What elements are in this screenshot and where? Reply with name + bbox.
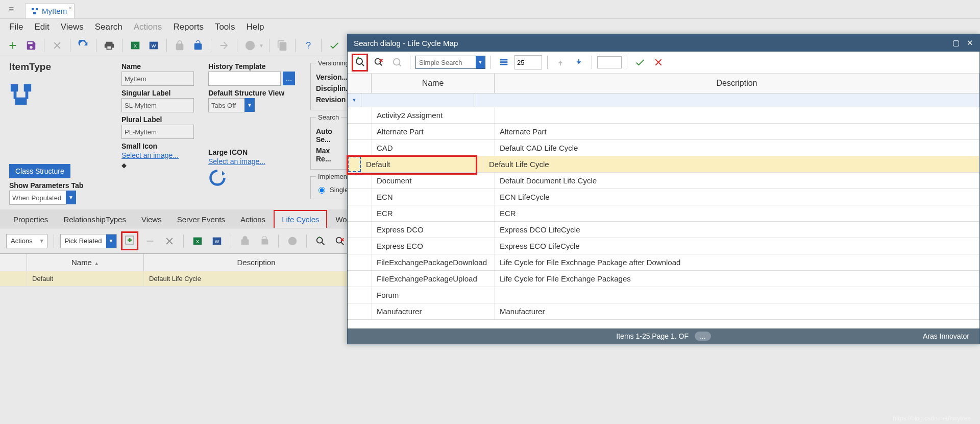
svg-rect-27: [560, 61, 561, 65]
menu-search[interactable]: Search: [95, 22, 122, 32]
svg-rect-28: [578, 59, 579, 64]
pick-related-dropdown[interactable]: Pick Related▼: [60, 234, 117, 248]
tab-views[interactable]: Views: [134, 211, 169, 228]
unlock-icon[interactable]: [190, 38, 206, 53]
dialog-title: Search dialog - Life Cycle Map: [354, 39, 458, 48]
itemtype-large-icon: [9, 83, 121, 108]
col-name[interactable]: Name: [372, 74, 495, 93]
add-relationship-button[interactable]: [121, 231, 138, 250]
table-row[interactable]: CADDefault CAD Life Cycle: [348, 140, 979, 156]
tab-server-events[interactable]: Server Events: [170, 211, 232, 228]
close-icon[interactable]: ×: [68, 5, 72, 12]
show-parameters-select[interactable]: [9, 191, 66, 205]
structure-view-select[interactable]: [208, 98, 245, 112]
hamburger-icon[interactable]: ≡: [5, 3, 17, 15]
clear-search-icon[interactable]: [371, 55, 386, 70]
svg-point-20: [336, 237, 341, 243]
help-icon[interactable]: ?: [301, 38, 316, 53]
maximize-icon[interactable]: ▢: [952, 38, 960, 48]
revision-icon: [242, 38, 258, 53]
table-row[interactable]: FileExchangePackageDownloadLife Cycle fo…: [348, 254, 979, 271]
table-row[interactable]: DocumentDefault Document Life Cycle: [348, 173, 979, 189]
done-icon[interactable]: [327, 38, 342, 53]
filter-row[interactable]: ▼: [348, 93, 979, 107]
excel-icon[interactable]: X: [128, 38, 143, 53]
table-row[interactable]: Express DCOExpress DCO LifeCycle: [348, 222, 979, 238]
clear-search-icon[interactable]: [332, 233, 348, 249]
small-icon-label: Small Icon: [121, 142, 208, 150]
word-icon[interactable]: W: [146, 38, 161, 53]
promote-icon: [216, 38, 232, 53]
menu-reports[interactable]: Reports: [173, 22, 204, 32]
accept-icon[interactable]: [632, 55, 648, 70]
print-icon[interactable]: [102, 38, 117, 53]
plural-field[interactable]: [121, 125, 194, 139]
col-description[interactable]: Description: [495, 74, 979, 93]
menu-edit[interactable]: Edit: [34, 22, 49, 32]
page-size-icon[interactable]: [496, 55, 511, 70]
table-row[interactable]: ECRECR: [348, 205, 979, 222]
run-search-button[interactable]: [352, 54, 368, 72]
excel-icon[interactable]: X: [190, 233, 205, 249]
sort-asc-icon[interactable]: [553, 55, 568, 70]
save-icon[interactable]: [23, 38, 39, 53]
svg-text:X: X: [195, 239, 199, 244]
menu-actions[interactable]: Actions: [134, 22, 162, 32]
table-row[interactable]: Express ECOExpress ECO LifeCycle: [348, 238, 979, 254]
single-radio[interactable]: [318, 187, 325, 194]
menu-file[interactable]: File: [9, 22, 23, 32]
run-search-icon[interactable]: [313, 233, 328, 249]
itemtype-icon: [31, 7, 39, 15]
col-description[interactable]: Description: [144, 254, 369, 271]
dialog-titlebar: Search dialog - Life Cycle Map ▢ ✕: [348, 34, 979, 52]
name-field[interactable]: [121, 72, 194, 86]
page-title: ItemType: [9, 61, 121, 73]
search-mode-select[interactable]: Simple Search▼: [415, 56, 485, 69]
table-row[interactable]: DefaultDefault Life Cycle: [348, 156, 979, 173]
delete-rel-icon[interactable]: [162, 233, 177, 249]
tab-relationshiptypes[interactable]: RelationshipTypes: [56, 211, 133, 228]
menu-tools[interactable]: Tools: [215, 22, 235, 32]
cancel-icon[interactable]: [651, 55, 666, 70]
col-name[interactable]: Name ▲: [27, 254, 144, 271]
menubar: File Edit Views Search Actions Reports T…: [0, 19, 980, 35]
word-icon[interactable]: W: [209, 233, 225, 249]
table-row[interactable]: ManufacturerManufacturer: [348, 303, 979, 320]
ellipsis-button[interactable]: …: [283, 72, 295, 85]
table-row[interactable]: FileExchangePackageUploadLife Cycle for …: [348, 271, 979, 287]
chevron-down-icon[interactable]: ▼: [66, 191, 76, 204]
large-icon-link[interactable]: Select an image...: [208, 157, 305, 166]
class-structure-button[interactable]: Class Structure: [9, 164, 70, 178]
filter-input[interactable]: [597, 56, 622, 68]
actions-dropdown[interactable]: Actions▼: [6, 234, 47, 248]
svg-text:?: ?: [306, 40, 311, 51]
svg-rect-26: [500, 64, 508, 65]
table-row[interactable]: ECNECN LifeCycle: [348, 189, 979, 205]
tab-life-cycles[interactable]: Life Cycles: [274, 210, 327, 228]
menu-views[interactable]: Views: [61, 22, 84, 32]
chevron-down-icon[interactable]: ▼: [244, 98, 255, 112]
document-tab[interactable]: MyItem ×: [25, 3, 75, 18]
table-row[interactable]: Forum: [348, 287, 979, 303]
history-template-field[interactable]: [208, 72, 281, 86]
more-pages-button[interactable]: ...: [695, 332, 711, 341]
svg-rect-10: [15, 98, 27, 105]
refresh-icon[interactable]: [76, 38, 91, 53]
small-icon-link[interactable]: Select an image...: [121, 151, 208, 159]
small-icon-preview: ◆: [121, 161, 208, 169]
menu-help[interactable]: Help: [247, 22, 264, 32]
page-size-input[interactable]: [514, 55, 542, 69]
new-icon[interactable]: [5, 38, 20, 53]
svg-rect-25: [500, 61, 508, 63]
table-row[interactable]: Activity2 Assigment: [348, 107, 979, 124]
name-label: Name: [121, 62, 208, 70]
sort-desc-icon[interactable]: [571, 55, 586, 70]
tab-actions[interactable]: Actions: [233, 211, 273, 228]
window-tabbar: ≡ MyItem ×: [0, 0, 980, 19]
svg-rect-24: [500, 59, 508, 61]
table-row[interactable]: Alternate PartAlternate Part: [348, 124, 979, 140]
singular-field[interactable]: [121, 98, 194, 112]
close-icon[interactable]: ✕: [967, 38, 973, 48]
tab-properties[interactable]: Properties: [6, 211, 55, 228]
search-dialog: Search dialog - Life Cycle Map ▢ ✕ Simpl…: [347, 34, 980, 344]
